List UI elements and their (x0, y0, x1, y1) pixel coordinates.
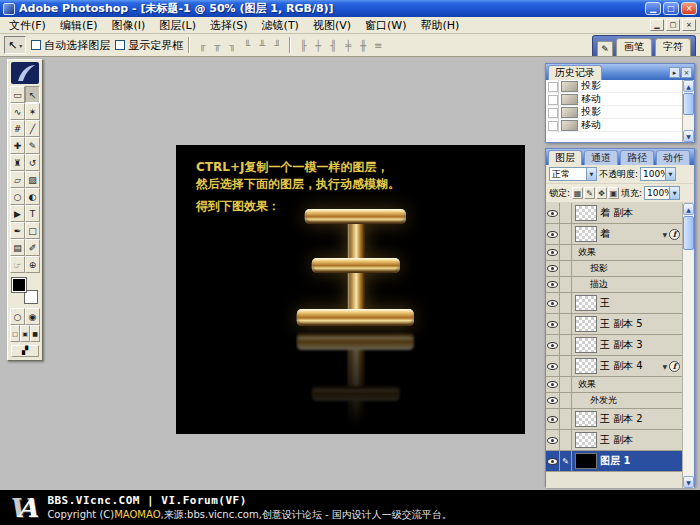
layer-name[interactable]: 王 副本 3 (600, 338, 643, 352)
fill-input[interactable]: 100% ▼ (644, 186, 680, 200)
auto-select-layer-checkbox[interactable]: 自动选择图层 (31, 38, 110, 53)
history-step[interactable]: 投影 (546, 80, 682, 93)
visibility-toggle[interactable] (546, 314, 560, 334)
panel-menu-button[interactable]: ▸ (669, 67, 680, 78)
zoom-tool[interactable]: ⊕ (25, 256, 40, 273)
align-icon[interactable]: ╖ (225, 38, 239, 53)
lasso-tool[interactable]: ∿ (10, 103, 25, 120)
maximize-button[interactable]: □ (663, 2, 679, 15)
menu-item[interactable]: 滤镜(T) (255, 17, 306, 34)
menu-item[interactable]: 选择(S) (203, 17, 255, 34)
visibility-toggle[interactable] (546, 409, 560, 429)
history-scrollbar[interactable]: ▲ ▼ (682, 80, 694, 142)
rect-marquee-tool[interactable]: ▭ (10, 86, 25, 103)
gradient-tool[interactable]: ▨ (25, 171, 40, 188)
slice-tool[interactable]: ╱ (25, 120, 40, 137)
menu-item[interactable]: 图层(L) (152, 17, 203, 34)
align-icon[interactable]: ╜ (270, 38, 284, 53)
layer-thumbnail[interactable] (575, 453, 597, 469)
layer-thumbnail[interactable] (575, 358, 597, 374)
align-icon[interactable]: ╨ (255, 38, 269, 53)
screen-mode-button[interactable]: ■ (30, 325, 40, 342)
layer-row[interactable]: 描边 (546, 277, 682, 293)
shape-tool[interactable]: □ (25, 222, 40, 239)
background-color-swatch[interactable] (24, 290, 38, 304)
mask-mode-button[interactable]: ○ (10, 308, 25, 325)
align-icon[interactable]: ╥ (210, 38, 224, 53)
visibility-toggle[interactable] (546, 224, 560, 244)
layer-row[interactable]: 王 副本 3 (546, 335, 682, 356)
layer-name[interactable]: 王 副本 5 (600, 317, 643, 331)
menu-item[interactable]: 帮助(H) (413, 17, 466, 34)
visibility-toggle[interactable] (546, 377, 560, 392)
notes-tool[interactable]: ▤ (10, 239, 25, 256)
layer-row[interactable]: 王 副本 2 (546, 409, 682, 430)
menu-item[interactable]: 编辑(E) (53, 17, 105, 34)
layers-scrollbar[interactable]: ▲ ▼ (682, 203, 694, 488)
jump-to-imageready-button[interactable]: ▞ (11, 345, 39, 357)
layer-row[interactable]: 王 (546, 293, 682, 314)
scroll-thumb[interactable] (683, 216, 694, 250)
scroll-down-icon[interactable]: ▼ (683, 130, 694, 142)
layer-name[interactable]: 效果 (578, 246, 596, 259)
visibility-toggle[interactable] (546, 335, 560, 355)
show-bounding-box-checkbox[interactable]: 显示定界框 (115, 38, 183, 53)
layer-row[interactable]: ✎ 图层 1 (546, 451, 682, 472)
history-source-box[interactable] (546, 119, 559, 132)
dropdown-icon[interactable]: ▼ (586, 168, 596, 180)
checkbox-box[interactable] (115, 40, 125, 50)
history-source-box[interactable] (546, 80, 559, 93)
move-tool[interactable]: ↖ (25, 86, 40, 103)
clone-stamp-tool[interactable]: ♜ (10, 154, 25, 171)
history-step[interactable]: 移动 (546, 119, 682, 132)
menu-item[interactable]: 文件(F) (2, 17, 53, 34)
align-icon[interactable]: ╙ (240, 38, 254, 53)
layer-row[interactable]: 王 副本 5 (546, 314, 682, 335)
close-button[interactable]: × (681, 2, 697, 15)
doc-close-button[interactable]: × (682, 19, 696, 31)
menu-item[interactable]: 图像(I) (104, 17, 152, 34)
menu-item[interactable]: 视图(V) (306, 17, 358, 34)
brush-preset-icon[interactable]: ✎ (597, 41, 613, 56)
layer-row[interactable]: 效果 (546, 377, 682, 393)
dropdown-icon[interactable]: ▼ (665, 168, 675, 180)
history-source-box[interactable] (546, 93, 559, 106)
crop-tool[interactable]: # (10, 120, 25, 137)
distribute-icon[interactable]: ┼ (311, 38, 325, 53)
layers-panel-tab[interactable]: 图层 (548, 150, 582, 165)
expand-styles-icon[interactable]: ▼ (662, 231, 667, 238)
layers-panel-tab[interactable]: 路径 (620, 150, 654, 165)
path-selection-tool[interactable]: ▶ (10, 205, 25, 222)
layer-style-indicator[interactable]: ▼ f (662, 229, 682, 240)
magic-wand-tool[interactable]: ✶ (25, 103, 40, 120)
mask-mode-button[interactable]: ◉ (25, 308, 40, 325)
layer-thumbnail[interactable] (575, 337, 597, 353)
dodge-tool[interactable]: ◐ (25, 188, 40, 205)
layer-thumbnail[interactable] (575, 226, 597, 242)
layer-thumbnail[interactable] (575, 295, 597, 311)
expand-styles-icon[interactable]: ▼ (662, 363, 667, 370)
current-tool-indicator[interactable]: ↖ ▾ (4, 36, 26, 54)
layer-name[interactable]: 效果 (578, 378, 596, 391)
visibility-toggle[interactable] (546, 293, 560, 313)
layer-row[interactable]: 投影 (546, 261, 682, 277)
adobe-feather-logo[interactable] (11, 62, 39, 84)
visibility-toggle[interactable] (546, 393, 560, 408)
scroll-down-icon[interactable]: ▼ (683, 476, 694, 488)
layer-name[interactable]: 外发光 (590, 394, 617, 407)
layers-panel-tab[interactable]: 通道 (584, 150, 618, 165)
foreground-color-swatch[interactable] (12, 278, 26, 292)
distribute-icon[interactable]: ≡ (371, 38, 385, 53)
document-canvas[interactable]: CTRL+J复制一个一模一样的图层，然后选择下面的图层，执行动感模糊。得到下图效… (176, 145, 525, 434)
screen-mode-button[interactable]: □ (10, 325, 20, 342)
pen-tool[interactable]: ✒ (10, 222, 25, 239)
brush-tool[interactable]: ✎ (25, 137, 40, 154)
lock-toggle[interactable]: ▦ (572, 187, 583, 199)
history-source-box[interactable] (546, 106, 559, 119)
eyedropper-tool[interactable]: ✐ (25, 239, 40, 256)
layer-name[interactable]: 王 (600, 296, 610, 310)
visibility-toggle[interactable] (546, 261, 560, 276)
tab-history[interactable]: 历史记录 (548, 65, 602, 80)
checkbox-box[interactable] (31, 40, 41, 50)
layer-name[interactable]: 投影 (590, 262, 608, 275)
